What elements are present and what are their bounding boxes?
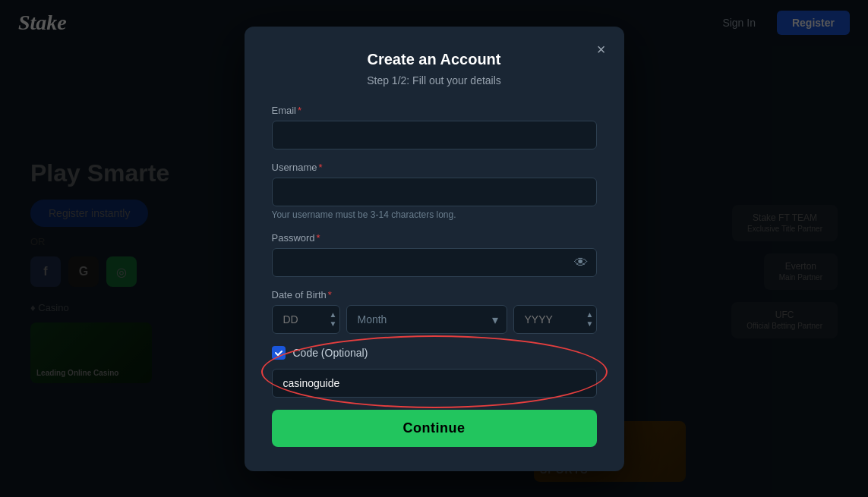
code-label: Code (Optional): [293, 347, 368, 359]
code-input[interactable]: [272, 369, 597, 398]
username-label: Username*: [272, 162, 597, 173]
dob-month-select[interactable]: Month January February March April May J…: [346, 305, 507, 334]
checkmark-icon: [274, 348, 283, 357]
day-spinner: ▲ ▼: [330, 311, 337, 328]
code-row: Code (Optional): [272, 346, 597, 360]
modal-overlay: × Create an Account Step 1/2: Fill out y…: [0, 0, 868, 497]
year-up-icon[interactable]: ▲: [586, 311, 594, 319]
email-input[interactable]: [272, 121, 597, 149]
password-group: Password* 👁: [272, 232, 597, 277]
modal-title: Create an Account: [272, 51, 597, 68]
password-label: Password*: [272, 232, 597, 244]
password-input[interactable]: [272, 248, 597, 277]
code-section: Code (Optional): [272, 346, 597, 398]
day-down-icon[interactable]: ▼: [330, 320, 337, 328]
modal-subtitle: Step 1/2: Fill out your details: [272, 74, 597, 87]
dob-yyyy-wrapper: ▲ ▼: [513, 305, 597, 334]
password-wrapper: 👁: [272, 248, 597, 277]
eye-icon[interactable]: 👁: [574, 254, 588, 270]
code-checkbox[interactable]: [272, 346, 286, 360]
dob-dd-wrapper: ▲ ▼: [272, 305, 340, 334]
username-hint: Your username must be 3-14 characters lo…: [272, 209, 597, 220]
username-group: Username* Your username must be 3-14 cha…: [272, 162, 597, 220]
email-label: Email*: [272, 105, 597, 116]
dob-group: Date of Birth* ▲ ▼ Month January Februar…: [272, 289, 597, 334]
close-button[interactable]: ×: [591, 39, 612, 60]
continue-button[interactable]: Continue: [272, 410, 597, 447]
email-group: Email*: [272, 105, 597, 149]
year-spinner: ▲ ▼: [586, 311, 594, 328]
dob-label: Date of Birth*: [272, 289, 597, 300]
year-down-icon[interactable]: ▼: [586, 320, 594, 328]
dob-row: ▲ ▼ Month January February March April M…: [272, 305, 597, 334]
registration-modal: × Create an Account Step 1/2: Fill out y…: [245, 27, 624, 471]
day-up-icon[interactable]: ▲: [330, 311, 337, 319]
dob-month-wrapper: Month January February March April May J…: [346, 305, 507, 334]
username-input[interactable]: [272, 178, 597, 206]
dob-year-input[interactable]: [513, 305, 597, 334]
